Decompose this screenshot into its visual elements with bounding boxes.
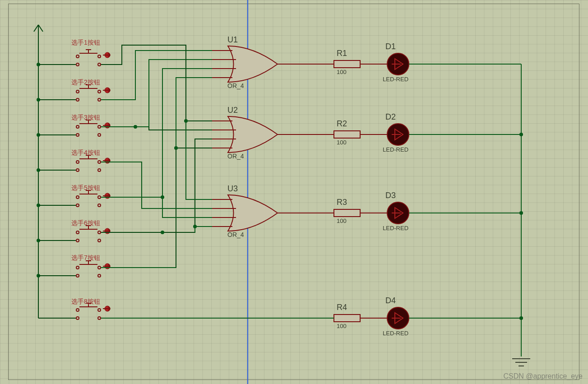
svg-point-13: [76, 125, 79, 128]
svg-point-8: [76, 98, 79, 101]
d1-part: LED-RED: [383, 76, 408, 83]
gate-u3[interactable]: [212, 195, 334, 231]
svg-point-19: [76, 161, 79, 163]
svg-point-2: [76, 63, 79, 66]
r3-ref: R3: [337, 198, 347, 207]
svg-point-60: [174, 146, 178, 150]
button-6[interactable]: [37, 226, 110, 242]
interconnect-wires: [101, 45, 212, 268]
r3-val: 100: [337, 217, 347, 224]
svg-point-38: [76, 274, 79, 277]
svg-point-1: [76, 55, 79, 58]
button-5-label: 选手5按钮: [71, 184, 100, 192]
ground-bus: [512, 64, 530, 366]
svg-point-40: [98, 274, 101, 277]
svg-rect-47: [334, 60, 360, 68]
gate-u1-type: OR_4: [227, 82, 244, 89]
gate-u2-type: OR_4: [227, 153, 244, 160]
svg-point-20: [76, 169, 79, 171]
svg-point-27: [98, 196, 101, 199]
svg-rect-50: [334, 315, 360, 322]
r1-ref: R1: [337, 49, 347, 58]
button-2[interactable]: [37, 85, 110, 102]
r1-val: 100: [337, 69, 347, 75]
d3-part: LED-RED: [383, 225, 408, 231]
d2-ref: D2: [385, 112, 396, 122]
svg-point-42: [76, 309, 79, 311]
svg-point-34: [98, 239, 101, 242]
svg-point-43: [76, 317, 79, 319]
button-4[interactable]: [37, 155, 110, 172]
resistor-r1[interactable]: [334, 60, 387, 68]
svg-point-45: [98, 317, 101, 319]
button-3[interactable]: [37, 120, 110, 137]
gate-u3-type: OR_4: [227, 231, 244, 238]
button-2-label: 选手2按钮: [71, 79, 100, 87]
svg-point-28: [98, 204, 101, 207]
svg-point-15: [98, 125, 101, 128]
r4-val: 100: [337, 323, 347, 329]
svg-point-14: [76, 134, 79, 136]
svg-point-22: [98, 169, 101, 171]
svg-rect-48: [334, 131, 360, 138]
d1-ref: D1: [385, 42, 396, 51]
svg-point-25: [76, 196, 79, 199]
gate-u2-ref: U2: [227, 106, 238, 115]
resistor-r2[interactable]: [334, 131, 387, 138]
d4-ref: D4: [385, 296, 396, 305]
svg-point-21: [98, 161, 101, 163]
svg-point-58: [134, 125, 137, 129]
button-3-label: 选手3按钮: [71, 114, 100, 122]
watermark: CSDN @apprentice_eye: [504, 372, 583, 380]
svg-point-33: [98, 231, 101, 234]
svg-rect-49: [334, 209, 360, 217]
r4-ref: R4: [337, 303, 347, 312]
button-7-label: 选手7按钮: [71, 254, 100, 262]
led-d1[interactable]: [387, 53, 521, 75]
svg-point-10: [98, 98, 101, 101]
svg-point-7: [76, 90, 79, 93]
gate-u1-ref: U1: [227, 35, 238, 45]
gate-u3-ref: U3: [227, 184, 238, 194]
svg-point-44: [98, 309, 101, 311]
resistor-r4[interactable]: [101, 315, 387, 322]
svg-point-16: [98, 134, 101, 136]
svg-point-31: [76, 231, 79, 234]
d4-part: LED-RED: [383, 330, 408, 337]
resistor-r3[interactable]: [334, 209, 387, 217]
r2-ref: R2: [337, 119, 347, 129]
led-d4[interactable]: [387, 307, 523, 329]
button-6-label: 选手6按钮: [71, 219, 100, 227]
led-d2[interactable]: [387, 124, 523, 145]
svg-point-9: [98, 90, 101, 93]
button-1[interactable]: [37, 50, 110, 66]
svg-point-61: [184, 119, 188, 123]
led-d3[interactable]: [387, 202, 523, 224]
gate-u2[interactable]: [212, 116, 334, 153]
svg-point-37: [76, 266, 79, 269]
r2-val: 100: [337, 139, 347, 146]
button-8-label: 选手8按钮: [71, 298, 100, 306]
gate-u1[interactable]: [212, 46, 334, 82]
svg-point-59: [161, 231, 164, 234]
button-1-label: 选手1按钮: [71, 39, 100, 47]
d3-ref: D3: [385, 191, 396, 200]
svg-point-26: [76, 204, 79, 207]
button-5[interactable]: [37, 190, 110, 207]
svg-point-32: [76, 239, 79, 242]
svg-point-39: [98, 266, 101, 269]
button-4-label: 选手4按钮: [71, 149, 100, 157]
svg-point-4: [98, 63, 101, 66]
svg-point-63: [193, 225, 197, 228]
svg-point-3: [98, 55, 101, 58]
button-7[interactable]: [37, 261, 110, 278]
d2-part: LED-RED: [383, 146, 408, 153]
